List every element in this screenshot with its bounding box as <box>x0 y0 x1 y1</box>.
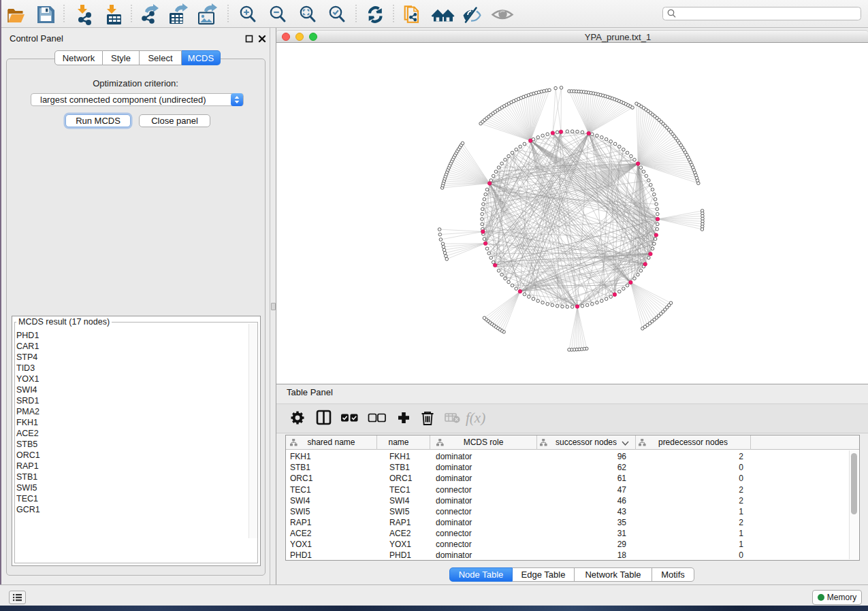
svg-text:f(x): f(x) <box>466 410 485 426</box>
